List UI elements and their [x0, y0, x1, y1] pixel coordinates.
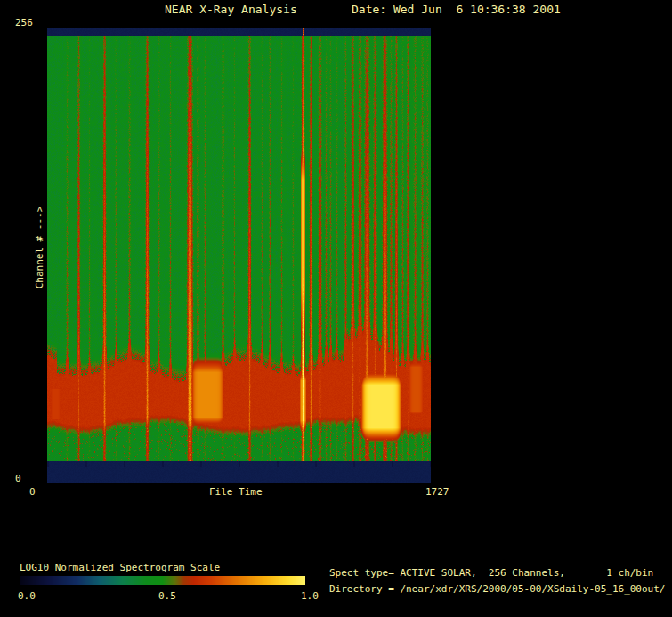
colorbar-tick-min: 0.0: [18, 590, 36, 602]
y-axis-label: Channel # --->: [34, 207, 45, 289]
y-axis-min-label: 0: [15, 473, 21, 484]
colorbar-gradient: [20, 576, 305, 585]
colorbar-tick-mid: 0.5: [158, 590, 176, 602]
spectrogram-heatmap: [47, 28, 431, 483]
near-xray-analysis-window: NEAR X-Ray Analysis Date: Wed Jun 6 10:3…: [0, 0, 672, 617]
page-title: NEAR X-Ray Analysis: [165, 4, 297, 15]
y-axis-max-label: 256: [15, 17, 33, 28]
x-axis-max-label: 1727: [425, 486, 449, 498]
x-axis-label: File Time: [209, 486, 263, 498]
directory-info: Directory = /near/xdr/XRS/2000/05-00/XSd…: [329, 583, 666, 595]
colorbar-tick-max: 1.0: [301, 590, 319, 602]
x-axis-min-label: 0: [29, 486, 36, 498]
spect-type-info: Spect type= ACTIVE SOLAR, 256 Channels, …: [329, 567, 653, 579]
colorbar-title: LOG10 Normalized Spectrogram Scale: [20, 562, 220, 573]
header-date: Date: Wed Jun 6 10:36:38 2001: [352, 4, 561, 15]
